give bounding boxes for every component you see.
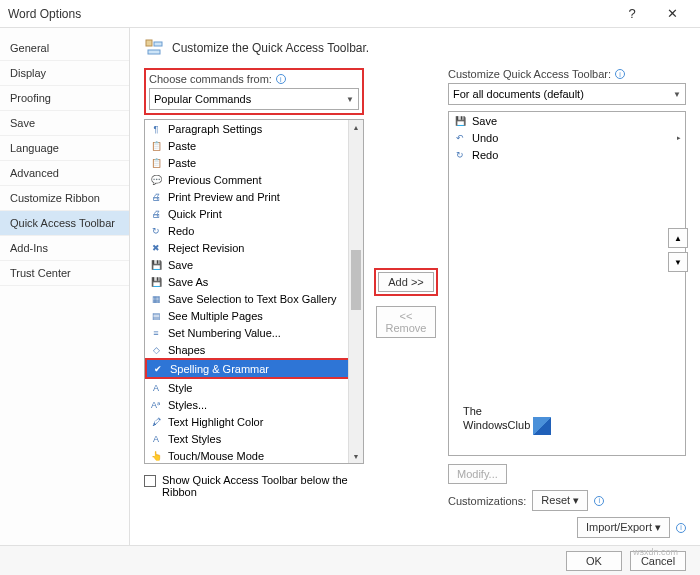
list-item[interactable]: 👆Touch/Mouse Mode▸	[145, 447, 363, 463]
list-item[interactable]: AStyle▾	[145, 379, 363, 396]
list-item[interactable]: ≡Set Numbering Value...	[145, 324, 363, 341]
add-button[interactable]: Add >>	[378, 272, 434, 292]
sidebar-item-advanced[interactable]: Advanced	[0, 161, 129, 186]
sidebar-item-quick-access-toolbar[interactable]: Quick Access Toolbar	[0, 211, 129, 236]
show-below-ribbon-checkbox[interactable]	[144, 475, 156, 487]
list-item[interactable]: 🖨Print Preview and Print	[145, 188, 363, 205]
scrollbar[interactable]: ▲ ▼	[348, 120, 363, 463]
qat-listbox[interactable]: 💾Save↶Undo▸↻Redo The WindowsClub	[448, 111, 686, 456]
scroll-up-icon[interactable]: ▲	[349, 120, 363, 134]
dialog-footer: OK Cancel	[0, 545, 700, 575]
windowsclub-logo-icon	[533, 417, 551, 435]
item-label: Paste	[168, 140, 359, 152]
list-item[interactable]: ✔Spelling & Grammar	[147, 360, 361, 377]
import-export-button[interactable]: Import/Export ▾	[577, 517, 670, 538]
list-item[interactable]: 📋Paste	[145, 137, 363, 154]
move-down-button[interactable]: ▼	[668, 252, 688, 272]
sidebar-item-add-ins[interactable]: Add-Ins	[0, 236, 129, 261]
item-icon: 💬	[149, 173, 163, 187]
list-item[interactable]: ¶Paragraph Settings	[145, 120, 363, 137]
item-label: Text Highlight Color	[168, 416, 350, 428]
item-icon: A	[149, 381, 163, 395]
item-icon: ↻	[453, 148, 467, 162]
item-label: Quick Print	[168, 208, 359, 220]
sidebar-item-proofing[interactable]: Proofing	[0, 86, 129, 111]
remove-button[interactable]: << Remove	[376, 306, 436, 338]
item-icon: 🖨	[149, 190, 163, 204]
item-icon: 🖨	[149, 207, 163, 221]
list-item[interactable]: 📋Paste▸	[145, 154, 363, 171]
list-item[interactable]: ↻Redo	[449, 146, 685, 163]
reset-button[interactable]: Reset ▾	[532, 490, 588, 511]
list-item[interactable]: 🖨Quick Print	[145, 205, 363, 222]
list-item[interactable]: ▤See Multiple Pages	[145, 307, 363, 324]
item-icon: 📋	[149, 156, 163, 170]
item-label: Undo	[472, 132, 672, 144]
show-below-ribbon-label: Show Quick Access Toolbar below the Ribb…	[162, 474, 352, 498]
scroll-thumb[interactable]	[351, 250, 361, 310]
item-label: Reject Revision	[168, 242, 359, 254]
list-item[interactable]: 💬Previous Comment	[145, 171, 363, 188]
item-label: Save As	[168, 276, 359, 288]
item-icon: ↻	[149, 224, 163, 238]
list-item[interactable]: ✖Reject Revision	[145, 239, 363, 256]
chevron-down-icon: ▼	[346, 95, 354, 104]
item-icon: ✖	[149, 241, 163, 255]
sidebar-item-language[interactable]: Language	[0, 136, 129, 161]
list-item[interactable]: AᵃStyles...	[145, 396, 363, 413]
sidebar-item-save[interactable]: Save	[0, 111, 129, 136]
titlebar: Word Options ? ✕	[0, 0, 700, 28]
item-icon: ¶	[149, 122, 163, 136]
info-icon[interactable]: i	[615, 69, 625, 79]
item-icon: A	[149, 432, 163, 446]
item-icon: ▤	[149, 309, 163, 323]
item-label: Spelling & Grammar	[170, 363, 357, 375]
customize-qat-select[interactable]: For all documents (default) ▼	[448, 83, 686, 105]
list-item[interactable]: 💾Save As	[145, 273, 363, 290]
list-item[interactable]: 🖍Text Highlight Color▸	[145, 413, 363, 430]
move-up-button[interactable]: ▲	[668, 228, 688, 248]
list-item[interactable]: ↻Redo	[145, 222, 363, 239]
close-button[interactable]: ✕	[652, 0, 692, 28]
list-item[interactable]: AText Styles▸	[145, 430, 363, 447]
list-item[interactable]: ▦Save Selection to Text Box Gallery	[145, 290, 363, 307]
help-button[interactable]: ?	[612, 0, 652, 28]
highlight-add: Add >>	[374, 268, 438, 296]
page-header: Customize the Quick Access Toolbar.	[144, 38, 686, 58]
list-item[interactable]: ◇Shapes▸	[145, 341, 363, 358]
item-icon: ≡	[149, 326, 163, 340]
list-item[interactable]: ↶Undo▸	[449, 129, 685, 146]
window-title: Word Options	[8, 7, 612, 21]
item-icon: ✔	[151, 362, 165, 376]
item-label: Styles...	[168, 399, 359, 411]
item-label: Save	[168, 259, 359, 271]
svg-rect-1	[154, 42, 162, 46]
item-label: Save	[472, 115, 681, 127]
choose-commands-select[interactable]: Popular Commands ▼	[149, 88, 359, 110]
scroll-down-icon[interactable]: ▼	[349, 449, 363, 463]
info-icon[interactable]: i	[676, 523, 686, 533]
list-item[interactable]: 💾Save	[449, 112, 685, 129]
modify-button[interactable]: Modify...	[448, 464, 507, 484]
item-icon: ▦	[149, 292, 163, 306]
main-area: GeneralDisplayProofingSaveLanguageAdvanc…	[0, 28, 700, 545]
item-label: Touch/Mouse Mode	[168, 450, 350, 462]
page-title: Customize the Quick Access Toolbar.	[172, 41, 369, 55]
sidebar-item-display[interactable]: Display	[0, 61, 129, 86]
item-label: Paragraph Settings	[168, 123, 359, 135]
item-icon: 💾	[453, 114, 467, 128]
ok-button[interactable]: OK	[566, 551, 622, 571]
item-icon: 💾	[149, 275, 163, 289]
sidebar-item-trust-center[interactable]: Trust Center	[0, 261, 129, 286]
commands-listbox[interactable]: ¶Paragraph Settings📋Paste📋Paste▸💬Previou…	[144, 119, 364, 464]
list-item[interactable]: 💾Save	[145, 256, 363, 273]
chevron-down-icon: ▼	[673, 90, 681, 99]
left-column: Choose commands from: i Popular Commands…	[144, 68, 364, 538]
info-icon[interactable]: i	[594, 496, 604, 506]
item-label: See Multiple Pages	[168, 310, 359, 322]
sidebar-item-general[interactable]: General	[0, 36, 129, 61]
customize-qat-label: Customize Quick Access Toolbar: i	[448, 68, 686, 80]
choose-commands-label: Choose commands from: i	[149, 73, 359, 85]
info-icon[interactable]: i	[276, 74, 286, 84]
sidebar-item-customize-ribbon[interactable]: Customize Ribbon	[0, 186, 129, 211]
